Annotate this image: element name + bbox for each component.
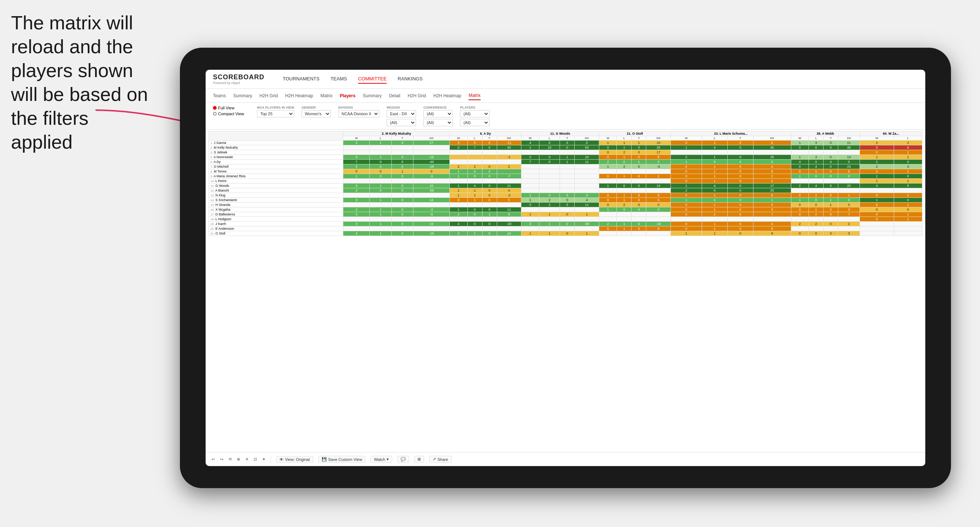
zoom-out-icon[interactable]: ✕: [245, 457, 248, 462]
matrix-tbody: 1. J Garcia31027300-11400011110010613011…: [209, 141, 922, 236]
score-cell: 1: [468, 231, 482, 236]
score-cell: 0: [727, 164, 753, 169]
score-cell: 0: [809, 231, 824, 236]
empty-cell: [838, 188, 860, 193]
sub-players[interactable]: Players: [340, 92, 355, 100]
chevron-down-icon: ▾: [387, 457, 389, 462]
sub-h2h-grid2[interactable]: H2H Grid: [407, 92, 426, 100]
score-cell: 0: [632, 207, 646, 212]
score-cell: 1: [894, 203, 922, 207]
compact-view-option[interactable]: Compact View: [213, 111, 250, 116]
gender-label: Gender: [301, 106, 331, 110]
sub-detail[interactable]: Detail: [389, 92, 400, 100]
save-custom-btn[interactable]: 💾 Save Custom View: [318, 456, 366, 463]
watch-btn[interactable]: Watch ▾: [371, 456, 392, 463]
sub-h2h-heatmap2[interactable]: H2H Heatmap: [433, 92, 461, 100]
compact-view-radio[interactable]: [213, 112, 216, 116]
players-select[interactable]: (All): [460, 110, 490, 117]
score-cell: 2: [702, 212, 727, 217]
settings-icon[interactable]: ✦: [262, 457, 266, 462]
score-cell: 0: [560, 222, 574, 227]
region-sub-select[interactable]: (All): [387, 119, 416, 126]
empty-cell: [753, 150, 791, 155]
share-btn[interactable]: ↗ Share: [429, 456, 451, 463]
score-cell: 1: [599, 207, 616, 212]
empty-cell: [824, 150, 838, 155]
score-cell: 0: [824, 164, 838, 169]
nav-tournaments[interactable]: TOURNAMENTS: [283, 75, 320, 84]
score-cell: 1: [343, 174, 370, 179]
score-cell: 2: [809, 212, 824, 217]
score-cell: 0: [727, 198, 753, 203]
score-cell: 2: [791, 184, 808, 188]
filter-bar: Full View Compact View Max players in vi…: [205, 103, 925, 130]
nav-committee[interactable]: COMMITTEE: [358, 75, 387, 84]
empty-cell: [646, 188, 671, 193]
redo-icon[interactable]: ↪: [220, 457, 223, 462]
conference-select[interactable]: (All): [423, 110, 453, 117]
region-select[interactable]: East - DII: [387, 110, 416, 117]
score-cell: 0: [727, 212, 753, 217]
score-cell: 0: [560, 198, 574, 203]
dif-cell: 7: [753, 212, 791, 217]
dif-cell: 3: [838, 207, 860, 212]
view-original-btn[interactable]: 👁 View: Original: [276, 456, 313, 463]
sub-h2h-grid[interactable]: H2H Grid: [259, 92, 278, 100]
empty-cell: [617, 212, 632, 217]
score-cell: 4: [702, 184, 727, 188]
max-players-select[interactable]: Top 25: [257, 110, 294, 117]
score-cell: 0: [727, 184, 753, 188]
sub-matrix2[interactable]: Matrix: [469, 91, 480, 100]
dif-cell: -11: [497, 141, 522, 145]
zoom-in-icon[interactable]: ⊕: [237, 457, 240, 462]
dif-cell: 8: [753, 169, 791, 174]
undo-icon[interactable]: ↩: [212, 457, 215, 462]
score-cell: 0: [599, 174, 616, 179]
nav-rankings[interactable]: RANKINGS: [398, 75, 423, 84]
layout-btn[interactable]: ⊞: [414, 456, 424, 463]
refresh-icon[interactable]: ⟲: [228, 457, 232, 462]
sub-t-4: T: [632, 136, 646, 141]
score-cell: 0: [391, 231, 413, 236]
sub-summary[interactable]: Summary: [233, 92, 252, 100]
division-select[interactable]: NCAA Division II: [338, 110, 379, 117]
empty-cell: [539, 184, 560, 188]
conference-sub-select[interactable]: (All): [423, 119, 453, 126]
grid-icon[interactable]: ⊡: [254, 457, 257, 462]
empty-cell: [617, 217, 632, 222]
empty-cell: [539, 179, 560, 184]
comment-btn[interactable]: 💬: [397, 456, 409, 463]
empty-cell: [413, 179, 449, 184]
score-cell: 0: [599, 145, 616, 150]
score-cell: 0: [632, 145, 646, 150]
dif-cell: 1: [574, 231, 599, 236]
full-view-radio[interactable]: [213, 106, 216, 110]
col-header-dy: 6. A Dy: [450, 132, 522, 136]
player-name-cell: 5. A Nomrowski: [209, 155, 343, 160]
dif-cell: -1: [497, 155, 522, 160]
score-cell: 6: [894, 145, 922, 150]
nav-teams[interactable]: TEAMS: [331, 75, 347, 84]
sub-matrix[interactable]: Matrix: [321, 92, 332, 100]
score-cell: 1: [702, 174, 727, 179]
score-cell: 0: [560, 141, 574, 145]
gender-select[interactable]: Women's: [301, 110, 331, 117]
score-cell: [482, 155, 497, 160]
score-cell: 1: [617, 174, 632, 179]
sub-summary2[interactable]: Summary: [363, 92, 382, 100]
score-cell: 2: [671, 155, 702, 160]
players-sub-select[interactable]: (All): [460, 119, 490, 126]
score-cell: 0: [671, 164, 702, 169]
score-cell: 0: [539, 160, 560, 164]
empty-cell: [560, 174, 574, 179]
score-cell: 0: [370, 160, 391, 164]
sub-dif-1: Dif: [413, 136, 449, 141]
score-cell: 0: [824, 207, 838, 212]
score-cell: 0: [391, 155, 413, 160]
score-cell: 2: [809, 222, 824, 227]
full-view-option[interactable]: Full View: [213, 106, 250, 110]
empty-cell: [646, 179, 671, 184]
player-name-cell: 20. E Andersson: [209, 227, 343, 231]
sub-teams[interactable]: Teams: [213, 92, 226, 100]
sub-h2h-heatmap[interactable]: H2H Heatmap: [285, 92, 313, 100]
